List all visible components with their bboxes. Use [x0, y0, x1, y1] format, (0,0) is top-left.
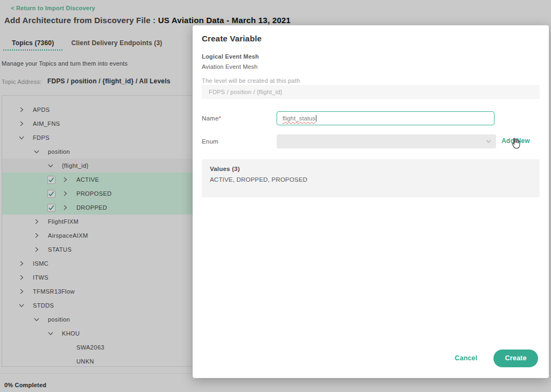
mesh-value: Aviation Event Mesh	[202, 63, 258, 70]
values-list: ACTIVE, DROPPED, PROPOSED	[210, 176, 307, 183]
text-caret	[316, 115, 316, 122]
path-hint: The level will be created at this path	[202, 77, 300, 84]
values-title: Values (3)	[210, 166, 240, 172]
modal-title: Create Variable	[202, 34, 262, 43]
create-variable-modal: Create Variable Logical Event Mesh Aviat…	[193, 25, 549, 378]
name-input[interactable]: flight_status	[277, 111, 495, 125]
mesh-label: Logical Event Mesh	[202, 53, 259, 60]
mouse-cursor-icon	[509, 137, 522, 150]
enum-select[interactable]	[277, 134, 496, 148]
cancel-button[interactable]: Cancel	[455, 354, 477, 362]
enum-label: Enum	[202, 138, 218, 145]
path-field: FDPS / position / {flight_id}	[202, 85, 540, 99]
values-panel: Values (3) ACTIVE, DROPPED, PROPOSED	[202, 159, 540, 197]
name-label: Name*	[202, 115, 221, 122]
required-asterisk: *	[218, 115, 221, 122]
chevron-down-icon	[485, 138, 492, 145]
create-button[interactable]: Create	[493, 350, 538, 367]
